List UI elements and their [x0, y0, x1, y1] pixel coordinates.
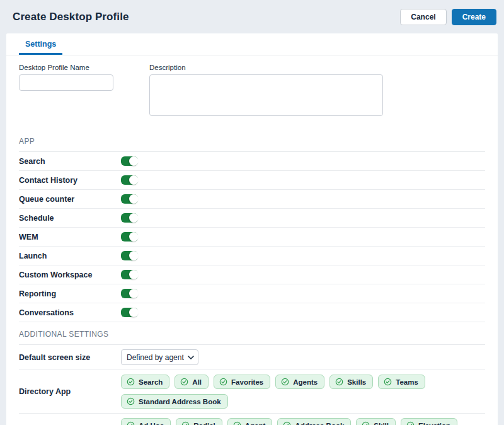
check-circle-icon	[127, 421, 135, 425]
directory-app-row: Directory App Search All Favorites Agent…	[19, 370, 485, 414]
toggle-queue-counter[interactable]	[121, 194, 138, 204]
chip-label: All	[192, 378, 202, 386]
toggle-launch[interactable]	[121, 251, 138, 260]
chip-search[interactable]: Search	[121, 375, 169, 389]
profile-name-input[interactable]	[19, 74, 113, 91]
chip-label: Elevation	[418, 422, 450, 425]
chip-label: Skill	[374, 422, 389, 425]
outbound-calling-row: Outbound Calling Ad Hoc Redial Agent Add…	[19, 414, 485, 425]
chip-favorites[interactable]: Favorites	[214, 375, 270, 389]
chip-standard-address-book[interactable]: Standard Address Book	[121, 394, 228, 409]
toggle-row: Search	[19, 152, 485, 171]
check-circle-icon	[335, 378, 343, 386]
chip-label: Redial	[193, 422, 215, 425]
toggle-row: Reporting	[19, 284, 485, 303]
app-section: APP Search Contact History Queue counter…	[19, 137, 485, 322]
default-screen-size-label: Default screen size	[19, 353, 121, 362]
toggle-row: Queue counter	[19, 190, 485, 209]
directory-app-label: Directory App	[19, 387, 121, 396]
check-circle-icon	[127, 397, 135, 405]
toggle-search[interactable]	[121, 156, 138, 166]
check-circle-icon	[219, 378, 227, 386]
chip-redial[interactable]: Redial	[176, 418, 222, 425]
card-content: Desktop Profile Name Description APP Sea…	[6, 64, 498, 425]
toggle-contact-history[interactable]	[121, 175, 138, 185]
chip-agents[interactable]: Agents	[275, 375, 324, 389]
additional-settings-title: ADDITIONAL SETTINGS	[19, 330, 485, 344]
toggle-custom-workspace[interactable]	[121, 270, 138, 279]
check-circle-icon	[362, 421, 370, 425]
screen-size-select[interactable]: Defined by agent	[121, 349, 198, 365]
page-title: Create Desktop Profile	[13, 11, 129, 23]
app-toggle-list: Search Contact History Queue counter Sch…	[19, 152, 485, 322]
description-field-group: Description	[149, 64, 383, 119]
toggle-reporting[interactable]	[121, 289, 138, 298]
chip-label: Ad Hoc	[139, 422, 164, 425]
check-circle-icon	[127, 378, 135, 386]
create-button[interactable]: Create	[452, 9, 496, 25]
toggle-row: Schedule	[19, 209, 485, 228]
toggle-row: Conversations	[19, 303, 485, 322]
default-screen-size-row: Default screen size Defined by agent	[19, 345, 485, 370]
tab-bar: Settings	[6, 33, 498, 55]
toggle-conversations[interactable]	[121, 308, 138, 317]
directory-app-chip-list: Search All Favorites Agents Skills	[121, 375, 485, 409]
settings-card: Settings Desktop Profile Name Descriptio…	[6, 33, 498, 425]
toggle-row-label: Schedule	[19, 214, 121, 223]
toggle-row: Launch	[19, 247, 485, 265]
check-circle-icon	[406, 421, 415, 425]
chip-ad-hoc[interactable]: Ad Hoc	[121, 418, 171, 425]
chip-agent[interactable]: Agent	[227, 418, 273, 425]
tab-settings[interactable]: Settings	[19, 33, 62, 55]
screen-size-select-wrap: Defined by agent	[121, 349, 198, 365]
chip-label: Address Book	[295, 422, 344, 425]
toggle-row-label: Reporting	[19, 289, 121, 298]
toggle-row-label: Launch	[19, 252, 121, 260]
toggle-wem[interactable]	[121, 232, 138, 242]
chip-label: Teams	[396, 378, 418, 386]
chip-label: Agent	[245, 422, 266, 425]
chip-skills[interactable]: Skills	[329, 375, 373, 389]
chip-label: Agents	[293, 378, 318, 386]
profile-form: Desktop Profile Name Description	[19, 64, 485, 119]
toggle-row-label: WEM	[19, 233, 121, 242]
app-section-title: APP	[19, 137, 485, 151]
chip-elevation[interactable]: Elevation	[401, 418, 457, 425]
description-textarea[interactable]	[149, 74, 383, 116]
chip-label: Search	[139, 378, 163, 386]
chip-label: Standard Address Book	[139, 398, 221, 405]
toggle-row-label: Contact History	[19, 176, 121, 185]
outbound-calling-chip-list: Ad Hoc Redial Agent Address Book Skill	[121, 418, 485, 425]
toggle-row-label: Queue counter	[19, 195, 121, 204]
toggle-row: Custom Workspace	[19, 265, 485, 284]
chip-label: Favorites	[231, 378, 263, 386]
header-actions: Cancel Create	[400, 9, 496, 25]
check-circle-icon	[281, 378, 289, 386]
description-field-label: Description	[149, 64, 383, 71]
additional-settings-section: ADDITIONAL SETTINGS Default screen size …	[19, 330, 485, 425]
cancel-button[interactable]: Cancel	[400, 9, 446, 25]
chip-skill[interactable]: Skill	[356, 418, 396, 425]
toggle-row-label: Conversations	[19, 308, 121, 317]
toggle-row: Contact History	[19, 171, 485, 190]
chip-label: Skills	[347, 378, 366, 386]
chip-address-book[interactable]: Address Book	[277, 418, 351, 425]
page-header: Create Desktop Profile Cancel Create	[0, 0, 504, 33]
toggle-row-label: Custom Workspace	[19, 271, 121, 279]
name-field-label: Desktop Profile Name	[19, 64, 113, 71]
toggle-row-label: Search	[19, 157, 121, 166]
toggle-row: WEM	[19, 228, 485, 247]
check-circle-icon	[181, 421, 190, 425]
check-circle-icon	[283, 421, 291, 425]
check-circle-icon	[384, 378, 392, 386]
name-field-group: Desktop Profile Name	[19, 64, 113, 119]
check-circle-icon	[180, 378, 188, 386]
toggle-schedule[interactable]	[121, 213, 138, 223]
check-circle-icon	[233, 421, 241, 425]
chip-teams[interactable]: Teams	[378, 375, 425, 389]
chip-all[interactable]: All	[175, 375, 209, 389]
